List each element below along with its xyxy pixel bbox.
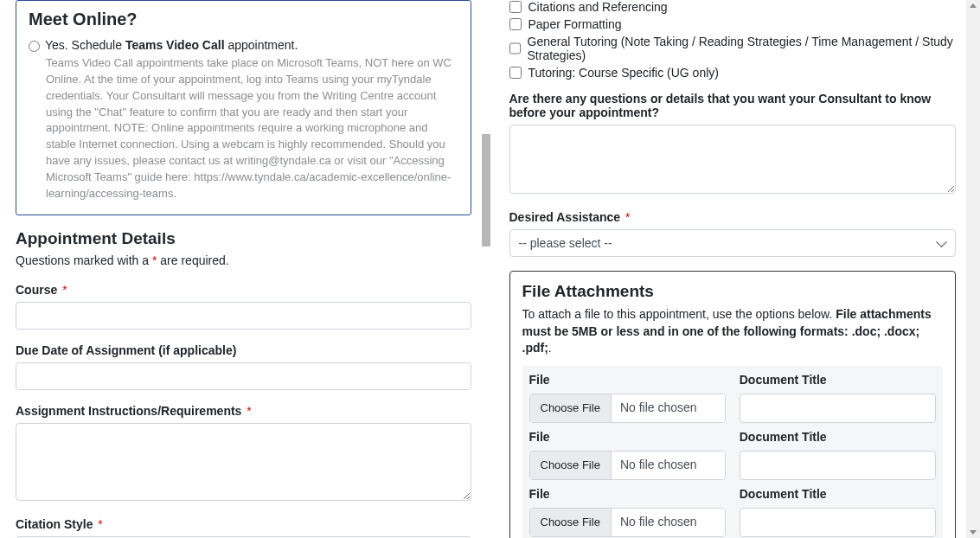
file-picker-2[interactable]: Choose File No file chosen	[529, 451, 726, 480]
course-input[interactable]	[16, 302, 471, 330]
help-option-label: Paper Formatting	[528, 17, 622, 31]
doc-title-input-2[interactable]	[740, 451, 936, 480]
file-picker-1[interactable]: Choose File No file chosen	[529, 394, 726, 423]
help-option-row: Paper Formatting	[509, 17, 957, 31]
help-checkbox-formatting[interactable]	[509, 18, 522, 30]
citation-style-label: Citation Style *	[16, 517, 471, 531]
appointment-details-title: Appointment Details	[16, 229, 471, 248]
help-option-label: Tutoring: Course Specific (UG only)	[528, 66, 719, 80]
desired-assistance-select[interactable]: -- please select --	[509, 229, 957, 257]
file-label-2: File	[529, 430, 726, 444]
choose-file-button-2[interactable]: Choose File	[530, 452, 612, 479]
help-option-row: General Tutoring (Note Taking / Reading …	[509, 35, 957, 62]
doc-title-input-1[interactable]	[740, 394, 936, 423]
file-name-1: No file chosen	[612, 394, 725, 422]
file-picker-3[interactable]: Choose File No file chosen	[529, 508, 726, 537]
due-date-input[interactable]	[16, 362, 471, 390]
doc-title-label-1: Document Title	[740, 373, 936, 387]
doc-title-input-3[interactable]	[740, 508, 936, 537]
meet-online-title: Meet Online?	[29, 10, 458, 29]
instructions-label: Assignment Instructions/Requirements *	[16, 404, 471, 418]
file-attachments-intro: To attach a file to this appointment, us…	[522, 306, 944, 357]
file-attachments-panel: File Attachments To attach a file to thi…	[509, 271, 957, 538]
file-label-3: File	[529, 487, 726, 501]
meet-online-panel: Meet Online? Yes. Schedule Teams Video C…	[16, 0, 471, 215]
help-option-row: Tutoring: Course Specific (UG only)	[509, 66, 957, 80]
due-date-label: Due Date of Assignment (if applicable)	[16, 343, 471, 357]
instructions-textarea[interactable]	[16, 423, 471, 501]
file-name-2: No file chosen	[612, 452, 725, 479]
doc-title-label-2: Document Title	[740, 430, 936, 444]
choose-file-button-1[interactable]: Choose File	[530, 394, 612, 422]
file-name-3: No file chosen	[612, 509, 725, 536]
help-option-label: General Tutoring (Note Taking / Reading …	[528, 35, 957, 62]
meet-online-radio[interactable]	[29, 41, 40, 52]
meet-online-description: Teams Video Call appointments take place…	[29, 55, 458, 202]
help-checkbox-course-specific[interactable]	[509, 67, 522, 79]
consultant-questions-label: Are there any questions or details that …	[509, 92, 957, 119]
course-label: Course *	[16, 283, 471, 297]
help-option-row: Citations and Referencing	[509, 0, 957, 14]
help-checkbox-general-tutoring[interactable]	[509, 42, 521, 54]
meet-online-radio-label: Yes. Schedule Teams Video Call appointme…	[45, 38, 298, 52]
required-note: Questions marked with a * are required.	[16, 253, 471, 267]
consultant-questions-textarea[interactable]	[509, 125, 957, 194]
file-attachments-title: File Attachments	[522, 282, 944, 301]
desired-assistance-label: Desired Assistance *	[509, 210, 957, 224]
left-scrollbar-thumb[interactable]	[482, 134, 490, 247]
page-scrollbar[interactable]	[966, 0, 980, 538]
help-checkbox-citations[interactable]	[509, 1, 522, 13]
doc-title-label-3: Document Title	[740, 487, 936, 501]
choose-file-button-3[interactable]: Choose File	[530, 509, 612, 536]
help-option-label: Citations and Referencing	[528, 0, 668, 14]
file-label-1: File	[529, 373, 726, 387]
